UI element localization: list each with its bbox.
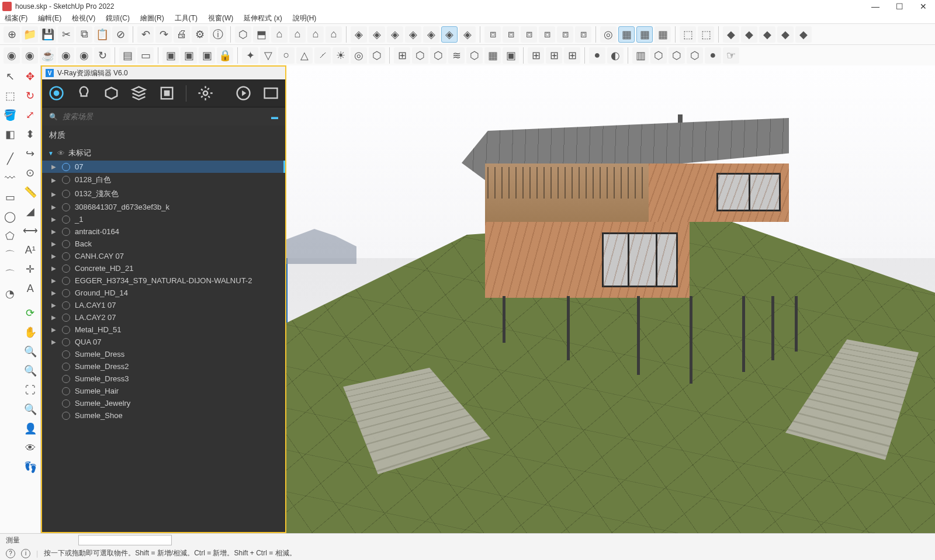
vray-tool3-icon[interactable]: ⊞ (564, 47, 580, 64)
vray-stop-icon[interactable]: ↻ (94, 47, 110, 64)
vray-light7-icon[interactable]: ◎ (351, 47, 367, 64)
material-item[interactable]: ▶LA.CAY1 07 (42, 299, 285, 311)
vray-light5-icon[interactable]: ⟋ (314, 47, 331, 64)
hidden-icon[interactable]: ◈ (405, 26, 421, 43)
save-icon[interactable]: 💾 (40, 26, 56, 43)
material-item[interactable]: ▶Sumele_Jewelry (42, 397, 285, 409)
left-view-icon[interactable]: ⌂ (325, 26, 342, 43)
material-item[interactable]: ▶_1 (42, 213, 285, 225)
vray-light1-icon[interactable]: ✦ (242, 47, 258, 64)
expand-arrow-icon[interactable]: ▶ (51, 228, 57, 235)
material-item[interactable]: ▶Sumele_Shoe (42, 409, 285, 422)
vray-util1-icon[interactable]: ▥ (632, 47, 649, 64)
material-item[interactable]: ▶Ground_HD_14 (42, 287, 285, 299)
fog-icon[interactable]: ▦ (618, 26, 635, 43)
copy-icon[interactable]: ⧉ (76, 26, 92, 43)
expand-arrow-icon[interactable]: ▶ (51, 265, 57, 272)
dynamic1-icon[interactable]: ◆ (723, 26, 739, 43)
measurement-input[interactable] (78, 535, 172, 545)
protractor-tool-icon[interactable]: ◢ (22, 203, 39, 220)
eraser-tool-icon[interactable]: ◧ (1, 126, 19, 143)
expand-arrow-icon[interactable]: ▶ (51, 164, 57, 170)
freehand-tool-icon[interactable]: 〰 (1, 169, 19, 187)
info2-icon[interactable]: i (21, 549, 30, 558)
material-item[interactable]: ▶07 (42, 161, 285, 173)
zoom-tool-icon[interactable]: 🔍 (22, 343, 39, 360)
scale-tool-icon[interactable]: ⤢ (22, 106, 39, 124)
dynamic3-icon[interactable]: ◆ (759, 26, 775, 43)
vray-util5-icon[interactable]: ● (705, 47, 721, 64)
pushpull-tool-icon[interactable]: ⬍ (22, 126, 39, 143)
move-tool-icon[interactable]: ✥ (22, 68, 39, 85)
open-file-icon[interactable]: 📁 (22, 26, 38, 43)
top-view-icon[interactable]: ⬒ (253, 26, 269, 43)
material-item[interactable]: ▶LA.CAY2 07 (42, 311, 285, 324)
edge-icon[interactable]: ▦ (636, 26, 653, 43)
material-item[interactable]: ▶Sumele_Dress2 (42, 360, 285, 373)
vray-light6-icon[interactable]: ☀ (333, 47, 349, 64)
expand-arrow-icon[interactable]: ▼ (48, 150, 54, 156)
menu-edit[interactable]: 編輯(E) (36, 13, 64, 23)
vray-geo2-icon[interactable]: ◐ (607, 47, 624, 64)
shadow-icon[interactable]: ◎ (600, 26, 617, 43)
help-icon[interactable]: ? (6, 549, 15, 558)
solid-trim-icon[interactable]: ⧈ (557, 26, 573, 43)
new-file-icon[interactable]: ⊕ (4, 26, 20, 43)
vray-util2-icon[interactable]: ⬡ (650, 47, 667, 64)
xray-icon[interactable]: ◈ (351, 26, 367, 43)
vray-obj3-icon[interactable]: ⬡ (430, 47, 446, 64)
vray-tool2-icon[interactable]: ⊞ (546, 47, 562, 64)
vray-tab-textures-icon[interactable] (130, 85, 147, 102)
solid-subtract-icon[interactable]: ⧈ (539, 26, 555, 43)
shaded-icon[interactable]: ◈ (423, 26, 439, 43)
position-camera-icon[interactable]: 👤 (22, 420, 39, 437)
material-item[interactable]: ▶EGGER_H3734_ST9_NATURAL-DIJON-WALNUT-2 (42, 274, 285, 287)
expand-arrow-icon[interactable]: ▶ (51, 290, 57, 296)
material-item[interactable]: ▶0128_白色 (42, 173, 285, 187)
redo-icon[interactable]: ↷ (155, 26, 172, 43)
expand-arrow-icon[interactable]: ▶ (51, 314, 57, 321)
walk-tool-icon[interactable]: 👣 (22, 458, 39, 476)
tree-root-untagged[interactable]: ▼ 👁 未标记 (42, 145, 285, 161)
line-tool-icon[interactable]: ╱ (1, 150, 19, 168)
expand-arrow-icon[interactable]: ▶ (51, 177, 57, 183)
dynamic4-icon[interactable]: ◆ (777, 26, 794, 43)
offset-tool-icon[interactable]: ⊙ (22, 164, 39, 182)
menu-camera[interactable]: 鏡頭(C) (103, 13, 132, 23)
vray-chaos-icon[interactable]: ◉ (76, 47, 92, 64)
material-item[interactable]: ▶Sumele_Dress (42, 348, 285, 360)
sandbox2-icon[interactable]: ⬚ (698, 26, 714, 43)
vray-tab-geometry-icon[interactable] (103, 85, 120, 102)
profile-icon[interactable]: ▦ (654, 26, 671, 43)
visibility-icon[interactable]: 👁 (57, 149, 65, 158)
settings-icon[interactable]: ⚙ (192, 26, 208, 43)
sandbox1-icon[interactable]: ⬚ (680, 26, 696, 43)
undo-icon[interactable]: ↶ (137, 26, 154, 43)
dimension-tool-icon[interactable]: ⟷ (22, 222, 39, 239)
delete-icon[interactable]: ⊘ (112, 26, 129, 43)
polygon-tool-icon[interactable]: ⬠ (1, 227, 19, 245)
print-icon[interactable]: 🖨 (174, 26, 190, 43)
text-tool-icon[interactable]: A¹ (22, 241, 39, 259)
cut-icon[interactable]: ✂ (58, 26, 74, 43)
material-item[interactable]: ▶Concrete_HD_21 (42, 262, 285, 274)
vray-lock-icon[interactable]: 🔒 (217, 47, 233, 64)
vray-tab-settings-icon[interactable] (197, 85, 214, 102)
expand-arrow-icon[interactable]: ▶ (51, 241, 57, 247)
paint-tool-icon[interactable]: 🪣 (1, 106, 19, 124)
solid-intersect-icon[interactable]: ⧈ (503, 26, 519, 43)
menu-draw[interactable]: 繪圖(R) (138, 13, 167, 23)
vray-asset-icon[interactable]: ▣ (162, 47, 179, 64)
solid-outer-icon[interactable]: ⧈ (484, 26, 501, 43)
orbit-tool-icon[interactable]: ⟳ (22, 304, 39, 322)
vray-tab-materials-icon[interactable] (48, 85, 65, 102)
select-tool-icon[interactable]: ↖ (1, 68, 19, 85)
menu-view[interactable]: 檢視(V) (70, 13, 98, 23)
expand-arrow-icon[interactable]: ▶ (51, 302, 57, 308)
material-item[interactable]: ▶3086841307_d673e3ef3b_k (42, 201, 285, 213)
paste-icon[interactable]: 📋 (94, 26, 110, 43)
circle-tool-icon[interactable]: ◯ (1, 208, 19, 225)
vray-obj7-icon[interactable]: ▣ (503, 47, 519, 64)
vray-light4-icon[interactable]: △ (296, 47, 313, 64)
mono-icon[interactable]: ◈ (459, 26, 476, 43)
